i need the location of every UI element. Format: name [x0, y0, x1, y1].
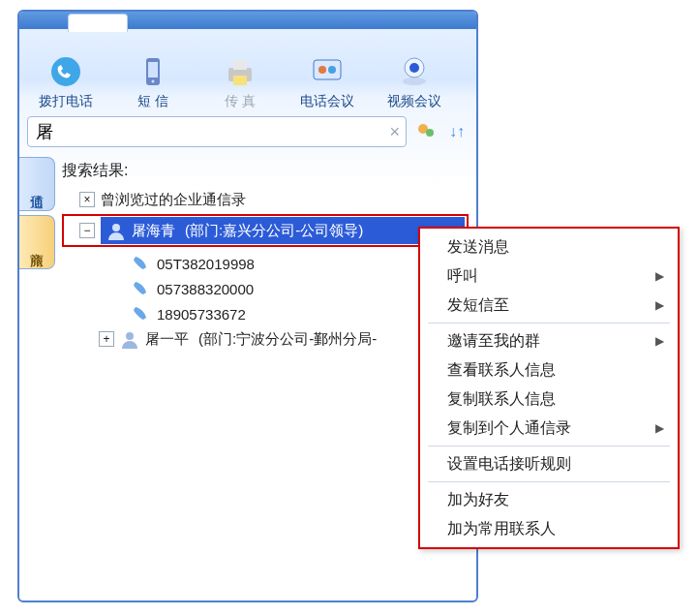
- phone-icon: [132, 305, 149, 323]
- ctx-add-friend[interactable]: 加为好友: [420, 485, 678, 514]
- separator: [428, 446, 670, 447]
- submenu-arrow-icon: ▶: [655, 298, 664, 312]
- phone-number: 18905733672: [157, 306, 246, 323]
- contact-name: 屠一平: [145, 330, 189, 349]
- submenu-arrow-icon: ▶: [655, 269, 664, 283]
- phone-row[interactable]: 18905733672: [62, 301, 472, 326]
- side-tab-comm[interactable]: 通信: [19, 157, 55, 211]
- expand-minus-icon[interactable]: −: [79, 223, 95, 238]
- svg-rect-6: [233, 76, 247, 85]
- ctx-add-common[interactable]: 加为常用联系人: [420, 514, 678, 543]
- tree-node-contact[interactable]: + 屠一平 (部门:宁波分公司-鄞州分局-: [62, 326, 472, 352]
- phone-row[interactable]: 05T382019998: [62, 251, 472, 276]
- top-tab[interactable]: [68, 14, 128, 32]
- svg-point-8: [318, 66, 326, 74]
- selected-contact-dept: (部门:嘉兴分公司-公司领导): [185, 222, 363, 240]
- phone-row[interactable]: 057388320000: [62, 276, 472, 301]
- ctx-view-info[interactable]: 查看联系人信息: [420, 355, 678, 385]
- video-button[interactable]: 视频会议: [372, 43, 457, 110]
- sms-icon: [134, 52, 172, 91]
- conf-icon: [308, 52, 347, 91]
- tree-node-history[interactable]: × 曾浏览过的企业通信录: [62, 187, 472, 212]
- search-row: × ↓↑: [19, 110, 476, 153]
- selected-contact[interactable]: 屠海青 (部门:嘉兴分公司-公司领导): [101, 217, 465, 244]
- sort-icon[interactable]: ↓↑: [445, 120, 469, 143]
- search-box: ×: [27, 116, 407, 147]
- dial-button[interactable]: 拨打电话: [23, 43, 108, 110]
- tree-node-selected-row[interactable]: − 屠海青 (部门:嘉兴分公司-公司领导): [66, 218, 465, 243]
- conf-button[interactable]: 电话会议: [285, 43, 370, 110]
- phone-icon: [132, 255, 149, 272]
- svg-rect-7: [314, 60, 341, 79]
- context-menu: 发送消息 呼叫▶ 发短信至▶ 邀请至我的群▶ 查看联系人信息 复制联系人信息 复…: [418, 227, 680, 549]
- dial-icon: [46, 52, 85, 91]
- phone-icon: [132, 280, 149, 297]
- sms-label: 短 信: [137, 93, 168, 110]
- tree-node-label: 曾浏览过的企业通信录: [101, 191, 246, 209]
- content-panel: 搜索结果: × 曾浏览过的企业通信录 − 屠海青 (部门:嘉兴分公司-公司领导): [54, 153, 476, 602]
- app-frame: 拨打电话 短 信 传 真 电话会议: [17, 10, 478, 602]
- svg-point-0: [51, 57, 80, 86]
- fax-label: 传 真: [225, 93, 256, 110]
- person-icon: [106, 221, 126, 240]
- collapse-icon[interactable]: ×: [79, 192, 95, 207]
- video-icon: [395, 52, 434, 91]
- video-label: 视频会议: [387, 93, 441, 110]
- phone-number: 057388320000: [157, 281, 254, 297]
- sms-button[interactable]: 短 信: [110, 43, 196, 110]
- svg-point-14: [426, 129, 434, 137]
- contacts-icon[interactable]: [414, 120, 438, 143]
- contact-dept: (部门:宁波分公司-鄞州分局-: [198, 330, 377, 349]
- ctx-send-message[interactable]: 发送消息: [420, 232, 678, 262]
- separator: [428, 323, 670, 323]
- window-root: 拨打电话 短 信 传 真 电话会议: [0, 0, 697, 616]
- ctx-invite-group[interactable]: 邀请至我的群▶: [420, 326, 678, 355]
- side-tabs: 通信 商旅: [19, 153, 54, 602]
- svg-rect-5: [233, 60, 247, 70]
- phone-number: 05T382019998: [157, 256, 255, 272]
- ctx-copy-info[interactable]: 复制联系人信息: [420, 385, 678, 414]
- search-input[interactable]: [34, 121, 389, 143]
- selected-contact-name: 屠海青: [132, 222, 175, 240]
- svg-point-10: [403, 77, 426, 85]
- expand-plus-icon[interactable]: +: [99, 331, 114, 347]
- ctx-copy-to-personal[interactable]: 复制到个人通信录▶: [420, 414, 678, 443]
- submenu-arrow-icon: ▶: [655, 334, 664, 348]
- svg-rect-2: [148, 62, 158, 77]
- svg-point-15: [112, 224, 120, 231]
- svg-point-9: [328, 66, 336, 74]
- selected-highlight: − 屠海青 (部门:嘉兴分公司-公司领导): [62, 214, 469, 247]
- svg-point-12: [409, 63, 419, 73]
- conf-label: 电话会议: [300, 93, 354, 110]
- ctx-phone-rule[interactable]: 设置电话接听规则: [420, 449, 678, 478]
- clear-icon[interactable]: ×: [389, 122, 400, 142]
- toolbar: 拨打电话 短 信 传 真 电话会议: [19, 29, 476, 110]
- dial-label: 拨打电话: [39, 93, 93, 110]
- side-tab-biz[interactable]: 商旅: [19, 215, 55, 269]
- ctx-call[interactable]: 呼叫▶: [420, 262, 678, 291]
- submenu-arrow-icon: ▶: [655, 421, 664, 435]
- results-title: 搜索结果:: [62, 161, 472, 181]
- ctx-sms-to[interactable]: 发短信至▶: [420, 291, 678, 320]
- svg-point-16: [126, 332, 134, 340]
- main-area: 通信 商旅 搜索结果: × 曾浏览过的企业通信录 − 屠海青 (部门:嘉兴分公司…: [19, 153, 476, 602]
- fax-icon: [221, 52, 259, 91]
- svg-point-3: [152, 80, 155, 83]
- person-icon: [120, 329, 139, 349]
- fax-button[interactable]: 传 真: [197, 43, 283, 110]
- separator: [428, 481, 670, 482]
